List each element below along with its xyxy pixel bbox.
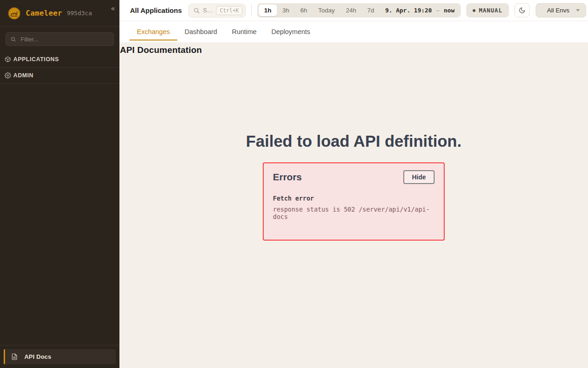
content-area: API Documentation Failed to load API def… xyxy=(119,42,588,368)
sidebar-section-applications[interactable]: APPLICATIONS xyxy=(0,52,119,68)
time-range-today[interactable]: Today xyxy=(313,5,340,16)
document-icon xyxy=(11,353,18,360)
search-shortcut-badge: Ctrl+K xyxy=(216,6,243,15)
moon-icon xyxy=(519,7,526,14)
time-range-1h[interactable]: 1h xyxy=(259,5,277,16)
search-placeholder: S… xyxy=(203,7,213,14)
time-range-group: 1h 3h 6h Today 24h 7d 9. Apr. 19:20 — no… xyxy=(257,3,460,17)
gear-icon xyxy=(5,72,11,79)
brand-name: Cameleer xyxy=(26,9,62,17)
status-dot-icon xyxy=(473,9,475,12)
sidebar-section-admin[interactable]: ADMIN xyxy=(0,68,119,84)
search-icon xyxy=(193,7,200,14)
search-icon xyxy=(11,36,16,42)
filter-input[interactable] xyxy=(20,35,109,43)
topbar-divider xyxy=(251,5,252,17)
date-range-picker[interactable]: 9. Apr. 19:20 — now xyxy=(385,7,454,14)
sidebar-section-label: ADMIN xyxy=(13,72,34,79)
tabbar: Exchanges Dashboard Runtime Deployments xyxy=(119,21,588,42)
time-range-3h[interactable]: 3h xyxy=(277,5,295,16)
tab-runtime[interactable]: Runtime xyxy=(225,21,264,42)
sidebar-footer: API Docs xyxy=(0,345,119,368)
refresh-mode-label: MANUAL xyxy=(479,7,503,14)
hide-errors-button[interactable]: Hide xyxy=(403,170,435,184)
sidebar-spacer xyxy=(0,84,119,345)
tab-exchanges[interactable]: Exchanges xyxy=(130,21,177,42)
refresh-mode-button[interactable]: MANUAL xyxy=(466,3,509,17)
global-search[interactable]: S… Ctrl+K xyxy=(188,4,246,17)
scope-label: All Applications xyxy=(130,6,182,14)
sidebar-item-label: API Docs xyxy=(24,353,51,360)
time-range-24h[interactable]: 24h xyxy=(340,5,362,16)
app-root: Cameleer 995d3ca « APPLICATIONS xyxy=(0,0,588,368)
sidebar: Cameleer 995d3ca « APPLICATIONS xyxy=(0,0,119,368)
camel-logo-icon xyxy=(7,6,21,20)
env-select[interactable]: All Envs xyxy=(536,3,586,17)
errors-panel: Errors Hide Fetch error response status … xyxy=(263,162,445,241)
error-item-title: Fetch error xyxy=(273,195,435,202)
errors-panel-header: Errors Hide xyxy=(273,170,435,184)
main-area: All Applications S… Ctrl+K 1h 3h 6h Toda… xyxy=(119,0,588,368)
date-separator: — xyxy=(436,7,440,14)
page-title: API Documentation xyxy=(119,42,588,55)
sidebar-section-label: APPLICATIONS xyxy=(13,56,59,63)
sidebar-item-api-docs[interactable]: API Docs xyxy=(4,349,116,364)
time-range-6h[interactable]: 6h xyxy=(295,5,313,16)
error-item-message: response status is 502 /server/api/v1/ap… xyxy=(273,206,435,220)
chevron-down-icon xyxy=(576,9,580,12)
date-from: 9. Apr. 19:20 xyxy=(385,7,432,14)
tab-deployments[interactable]: Deployments xyxy=(264,21,318,42)
env-selected-label: All Envs xyxy=(547,7,570,14)
filter-wrap xyxy=(0,27,119,52)
swagger-failed-heading: Failed to load API definition. xyxy=(119,132,588,150)
brand-version: 995d3ca xyxy=(67,10,92,17)
date-to: now xyxy=(444,7,454,14)
tab-dashboard[interactable]: Dashboard xyxy=(177,21,225,42)
brand-link[interactable]: Cameleer 995d3ca xyxy=(0,0,119,27)
errors-title: Errors xyxy=(273,172,302,183)
time-range-7d[interactable]: 7d xyxy=(362,5,379,16)
dark-mode-toggle[interactable] xyxy=(514,3,530,17)
collapse-sidebar-button[interactable]: « xyxy=(111,5,115,12)
topbar: All Applications S… Ctrl+K 1h 3h 6h Toda… xyxy=(119,0,588,21)
cube-icon xyxy=(5,56,11,63)
